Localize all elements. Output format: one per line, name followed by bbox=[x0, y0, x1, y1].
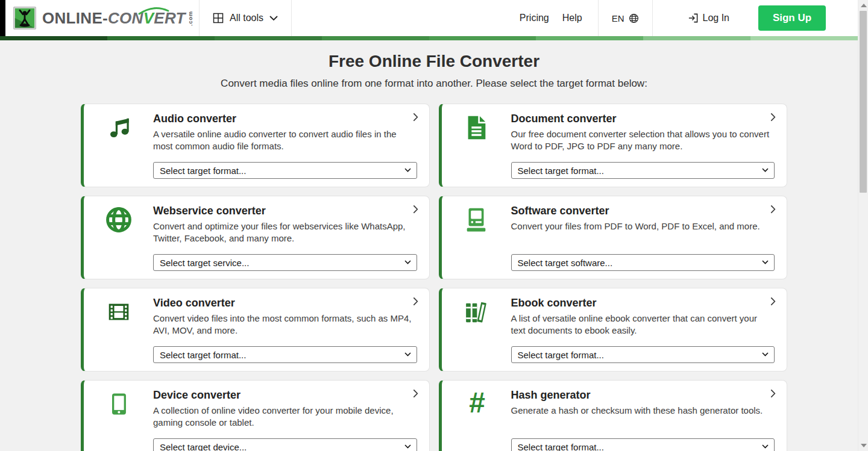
logo-tld: .com bbox=[187, 10, 193, 26]
gradient-bar-segment bbox=[322, 36, 429, 40]
card-description: Convert and optimize your files for webs… bbox=[153, 220, 414, 244]
hero: Free Online File Converter Convert media… bbox=[0, 52, 868, 90]
header-right-nav: Pricing Help EN Log In Sign Up bbox=[520, 0, 858, 36]
target-service-select-control[interactable]: Select target service... bbox=[153, 254, 417, 271]
target-format-select-control[interactable]: Select target format... bbox=[153, 346, 417, 363]
converter-grid: Audio converter A versatile online audio… bbox=[81, 104, 787, 451]
login-icon bbox=[688, 13, 699, 23]
card-software-converter[interactable]: Software converter Convert your files fr… bbox=[439, 196, 788, 279]
chevron-right-icon[interactable] bbox=[413, 205, 418, 214]
desktop-computer-icon bbox=[442, 196, 511, 279]
header: ONLINE-CONVERT.com All tools Pricing Hel… bbox=[0, 0, 858, 36]
header-divider bbox=[652, 0, 653, 36]
books-icon bbox=[442, 288, 511, 371]
chevron-right-icon[interactable] bbox=[413, 297, 418, 306]
brand-gradient-bar bbox=[0, 36, 858, 40]
chevron-right-icon[interactable] bbox=[413, 113, 418, 122]
document-icon bbox=[442, 104, 511, 187]
language-label: EN bbox=[612, 13, 624, 23]
card-ebook-converter[interactable]: Ebook converter A list of versatile onli… bbox=[439, 288, 788, 372]
target-device-select-control[interactable]: Select target device... bbox=[153, 438, 417, 451]
gradient-bar-segment bbox=[215, 36, 322, 40]
chevron-down-icon bbox=[269, 16, 278, 21]
logo-wordmark: ONLINE-CONVERT.com bbox=[42, 9, 193, 28]
gradient-bar-segment bbox=[536, 36, 643, 40]
card-title[interactable]: Hash generator bbox=[511, 388, 772, 402]
page-title: Free Online File Converter bbox=[0, 52, 868, 71]
target-format-select[interactable]: Select target format... bbox=[511, 162, 775, 179]
target-device-select[interactable]: Select target device... bbox=[153, 438, 417, 451]
language-selector[interactable]: EN bbox=[599, 0, 652, 36]
card-description: A collection of online video converter f… bbox=[153, 405, 414, 429]
card-title[interactable]: Video converter bbox=[153, 296, 414, 309]
card-title[interactable]: Device converter bbox=[153, 388, 414, 402]
card-description: Convert video files into the most common… bbox=[153, 313, 414, 337]
gradient-bar-segment bbox=[750, 36, 858, 40]
signup-button[interactable]: Sign Up bbox=[758, 5, 826, 31]
scrollbar-thumb[interactable] bbox=[860, 11, 867, 193]
help-link[interactable]: Help bbox=[562, 13, 582, 23]
card-webservice-converter[interactable]: Webservice converter Convert and optimiz… bbox=[81, 196, 430, 279]
chevron-right-icon[interactable] bbox=[770, 389, 776, 398]
card-hash-generator[interactable]: # Hash generator Generate a hash or chec… bbox=[439, 380, 788, 451]
card-video-converter[interactable]: Video converter Convert video files into… bbox=[81, 288, 430, 372]
music-note-icon bbox=[84, 104, 153, 187]
chevron-right-icon[interactable] bbox=[413, 389, 418, 398]
card-description: A versatile online audio converter to co… bbox=[153, 128, 414, 152]
all-tools-menu[interactable]: All tools bbox=[200, 0, 291, 36]
card-title[interactable]: Webservice converter bbox=[153, 204, 414, 217]
scrollbar-up-arrow-icon[interactable] bbox=[861, 4, 867, 7]
gradient-bar-segment bbox=[0, 36, 107, 40]
card-title[interactable]: Ebook converter bbox=[511, 296, 772, 309]
target-format-select[interactable]: Select target format... bbox=[511, 346, 775, 363]
target-software-select[interactable]: Select target software... bbox=[511, 254, 775, 271]
login-button[interactable]: Log In bbox=[688, 13, 729, 23]
window-edge-strip bbox=[0, 0, 5, 36]
card-description: A list of versatile online ebook convert… bbox=[511, 313, 772, 337]
scrollbar[interactable] bbox=[858, 0, 868, 451]
site-logo[interactable]: ONLINE-CONVERT.com bbox=[5, 7, 199, 30]
card-description: Generate a hash or checksum with these h… bbox=[511, 405, 772, 417]
hash-icon: # bbox=[442, 381, 511, 451]
target-format-select-control[interactable]: Select target format... bbox=[153, 162, 417, 179]
target-format-select-control[interactable]: Select target format... bbox=[511, 346, 775, 363]
card-device-converter[interactable]: Device converter A collection of online … bbox=[81, 380, 430, 451]
header-divider bbox=[291, 0, 292, 36]
card-title[interactable]: Document converter bbox=[511, 112, 772, 125]
target-format-select[interactable]: Select target format... bbox=[153, 162, 417, 179]
card-document-converter[interactable]: Document converter Our free document con… bbox=[439, 104, 788, 187]
gradient-bar-segment bbox=[643, 36, 750, 40]
target-format-select[interactable]: Select target format... bbox=[511, 438, 775, 451]
globe-icon bbox=[84, 196, 153, 279]
gradient-bar-segment bbox=[429, 36, 536, 40]
svg-text:#: # bbox=[469, 390, 485, 418]
page-subtitle: Convert media files online from one form… bbox=[0, 77, 868, 90]
chevron-right-icon[interactable] bbox=[770, 113, 776, 122]
gradient-bar-segment bbox=[107, 36, 215, 40]
card-audio-converter[interactable]: Audio converter A versatile online audio… bbox=[81, 104, 430, 187]
chevron-right-icon[interactable] bbox=[770, 297, 776, 306]
card-title[interactable]: Audio converter bbox=[153, 112, 414, 125]
grid-icon bbox=[213, 13, 224, 23]
pricing-link[interactable]: Pricing bbox=[520, 13, 549, 23]
logo-part-online: ONLINE- bbox=[42, 9, 108, 28]
card-description: Convert your files from PDF to Word, PDF… bbox=[511, 220, 772, 232]
film-strip-icon bbox=[84, 288, 153, 371]
target-format-select-control[interactable]: Select target format... bbox=[511, 438, 775, 451]
login-label: Log In bbox=[703, 13, 729, 23]
globe-icon bbox=[629, 13, 639, 23]
logo-figure-icon bbox=[13, 7, 36, 30]
target-software-select-control[interactable]: Select target software... bbox=[511, 254, 775, 271]
scrollbar-down-arrow-icon[interactable] bbox=[861, 444, 867, 447]
all-tools-label: All tools bbox=[230, 13, 263, 23]
chevron-right-icon[interactable] bbox=[770, 205, 776, 214]
tablet-icon bbox=[84, 381, 153, 451]
card-title[interactable]: Software converter bbox=[511, 204, 772, 217]
target-format-select-control[interactable]: Select target format... bbox=[511, 162, 775, 179]
target-format-select[interactable]: Select target format... bbox=[153, 346, 417, 363]
card-description: Our free document converter selection th… bbox=[511, 128, 772, 152]
logo-swoosh bbox=[138, 7, 169, 15]
target-service-select[interactable]: Select target service... bbox=[153, 254, 417, 271]
